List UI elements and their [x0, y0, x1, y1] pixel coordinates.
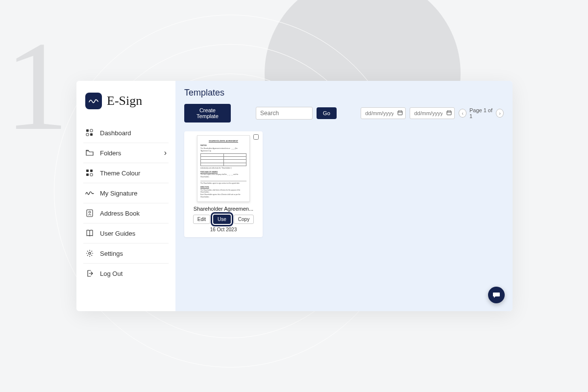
date-from-input[interactable]	[361, 107, 406, 119]
bg-step-number: 1	[5, 22, 69, 149]
theme-icon	[85, 169, 94, 177]
sidebar-item-label: Address Book	[100, 210, 140, 217]
sidebar-item-dashboard[interactable]: Dashboard	[83, 123, 169, 143]
sidebar-item-addressbook[interactable]: Address Book	[83, 203, 169, 223]
svg-point-9	[89, 211, 91, 213]
sidebar-item-label: Log Out	[100, 270, 122, 277]
toolbar: Create Template Go ‹ Page 1 of 1 ›	[184, 104, 504, 122]
sidebar-item-label: My Signature	[100, 190, 138, 197]
sidebar-item-guides[interactable]: User Guides	[83, 223, 169, 244]
sidebar-item-label: User Guides	[100, 230, 135, 237]
document-thumbnail[interactable]: SHAREHOLDERS AGREEMENT PARTIES This Shar…	[197, 135, 250, 202]
svg-rect-3	[90, 133, 93, 136]
svg-point-10	[89, 252, 91, 254]
brand-name: E-Sign	[107, 94, 142, 108]
create-template-button[interactable]: Create Template	[184, 104, 231, 122]
sidebar-item-theme[interactable]: Theme Colour	[83, 163, 169, 183]
brand-logo: E-Sign	[83, 93, 169, 109]
brand-badge-icon	[85, 93, 102, 109]
app-window: E-Sign Dashboard Folders › Theme Col	[76, 81, 513, 311]
svg-rect-2	[86, 133, 89, 136]
main-content: Templates Create Template Go ‹ Pag	[175, 81, 513, 311]
gear-icon	[85, 249, 94, 258]
sidebar-item-label: Folders	[100, 149, 121, 157]
page-title: Templates	[184, 88, 504, 98]
book-icon	[85, 229, 94, 238]
sidebar-item-label: Settings	[100, 250, 123, 257]
nav-list: Dashboard Folders › Theme Colour My Sig	[83, 123, 169, 283]
template-card: SHAREHOLDERS AGREEMENT PARTIES This Shar…	[184, 131, 263, 237]
edit-button[interactable]: Edit	[193, 215, 210, 224]
sidebar: E-Sign Dashboard Folders › Theme Col	[76, 81, 175, 311]
svg-rect-1	[90, 129, 93, 132]
chat-icon	[492, 291, 500, 299]
svg-rect-4	[86, 170, 89, 172]
template-title: Shareholder Agreemen...	[188, 206, 259, 212]
go-button[interactable]: Go	[317, 107, 337, 119]
svg-rect-7	[90, 173, 93, 176]
search-input[interactable]	[256, 107, 313, 120]
logout-icon	[85, 269, 94, 278]
sidebar-item-label: Theme Colour	[100, 170, 140, 177]
date-to-input[interactable]	[410, 107, 455, 119]
chevron-right-icon: ›	[164, 148, 167, 157]
sidebar-item-settings[interactable]: Settings	[83, 244, 169, 264]
use-button[interactable]: Use	[213, 215, 231, 224]
sidebar-item-signature[interactable]: My Signature	[83, 183, 169, 203]
signature-icon	[85, 189, 94, 197]
folder-icon	[85, 148, 94, 157]
template-actions: Edit Use Copy	[188, 215, 259, 224]
svg-rect-6	[86, 173, 89, 176]
pager-prev-button[interactable]: ‹	[459, 109, 466, 118]
svg-rect-5	[90, 170, 93, 172]
svg-rect-0	[86, 129, 89, 132]
chat-button[interactable]	[488, 287, 505, 303]
sidebar-item-folders[interactable]: Folders ›	[83, 143, 169, 163]
pager-text: Page 1 of 1	[469, 107, 493, 119]
pager: ‹ Page 1 of 1 ›	[459, 107, 504, 119]
template-date: 16 Oct 2023	[188, 227, 259, 232]
dashboard-icon	[85, 128, 94, 137]
pager-next-button[interactable]: ›	[496, 109, 504, 118]
template-checkbox[interactable]	[253, 134, 259, 140]
sidebar-item-label: Dashboard	[100, 129, 131, 137]
copy-button[interactable]: Copy	[234, 215, 254, 224]
sidebar-item-logout[interactable]: Log Out	[83, 264, 169, 283]
addressbook-icon	[85, 209, 94, 218]
